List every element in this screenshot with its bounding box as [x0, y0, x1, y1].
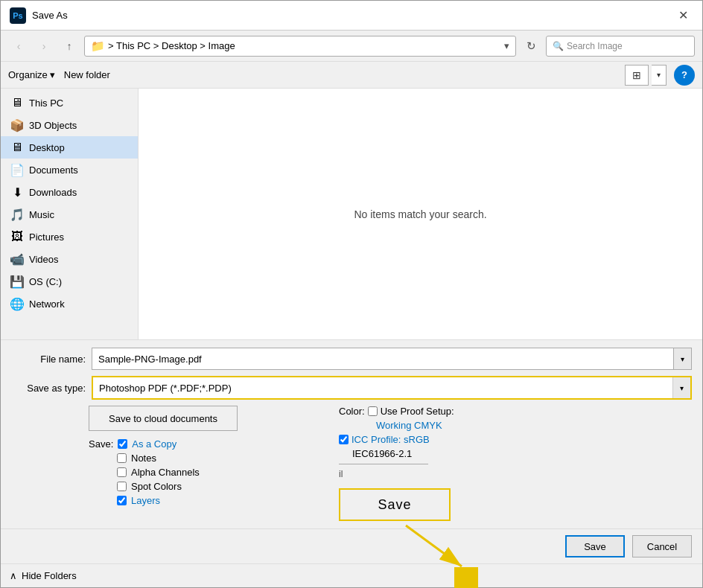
center-save-container: Save	[339, 488, 451, 521]
3d-objects-icon: 📦	[10, 118, 25, 132]
view-dropdown[interactable]: ▾	[652, 65, 667, 86]
sidebar-item-label: Desktop	[29, 142, 65, 153]
notes-checkbox[interactable]	[117, 453, 127, 463]
hide-folders-label: Hide Folders	[22, 570, 77, 581]
file-name-dropdown[interactable]: ▾	[673, 348, 691, 369]
desktop-icon: 🖥	[10, 141, 25, 154]
use-proof-checkbox[interactable]	[368, 406, 378, 416]
sidebar-item-label: Documents	[29, 164, 78, 176]
save-type-label: Save as type:	[11, 383, 86, 394]
use-proof-row: Color: Use Proof Setup:	[339, 406, 692, 417]
notes-row: Notes	[89, 453, 324, 464]
yellow-circle	[454, 567, 478, 588]
icc-profile-checkbox[interactable]	[339, 435, 349, 444]
center-save-button[interactable]: Save	[339, 488, 451, 521]
spot-colors-checkbox[interactable]	[117, 482, 127, 491]
layers-label[interactable]: Layers	[131, 495, 160, 506]
icc-profile-label[interactable]: ICC Profile: sRGB	[352, 434, 430, 445]
alpha-channels-row: Alpha Channels	[89, 467, 324, 478]
music-icon: 🎵	[10, 208, 25, 222]
sidebar-item-network[interactable]: 🌐 Network	[1, 293, 138, 315]
sidebar: 🖥 This PC 📦 3D Objects 🖥 Desktop 📄 Docum…	[1, 89, 139, 339]
search-placeholder: Search Image	[567, 41, 623, 51]
documents-icon: 📄	[10, 163, 25, 177]
file-name-row: File name: ▾	[11, 348, 692, 370]
layers-row: Layers	[89, 495, 324, 506]
working-cmyk-label[interactable]: Working CMYK	[376, 420, 442, 431]
action-bar: Save Cancel	[1, 528, 702, 563]
secondary-toolbar: Organize ▾ New folder ⊞ ▾ ?	[1, 62, 702, 89]
sidebar-item-music[interactable]: 🎵 Music	[1, 203, 138, 226]
breadcrumb-dropdown[interactable]: ▾	[504, 40, 509, 51]
folder-icon: 📁	[91, 39, 105, 53]
alpha-channels-checkbox[interactable]	[117, 467, 127, 477]
hide-folders-bar[interactable]: ∧ Hide Folders	[1, 563, 702, 587]
center-save-btn-wrapper: Save	[339, 488, 451, 521]
breadcrumb-this-pc: > This PC > Desktop > Image	[108, 40, 235, 51]
save-type-dropdown[interactable]: ▾	[672, 377, 690, 398]
divider	[339, 464, 428, 464]
up-button[interactable]: ↑	[59, 36, 80, 57]
as-a-copy-label[interactable]: As a Copy	[132, 438, 176, 450]
cancel-button[interactable]: Cancel	[632, 535, 692, 557]
forward-button[interactable]: ›	[34, 36, 54, 57]
sidebar-item-pictures[interactable]: 🖼 Pictures	[1, 226, 138, 248]
sidebar-item-3d-objects[interactable]: 📦 3D Objects	[1, 114, 138, 136]
file-area: No items match your search.	[139, 89, 702, 339]
back-button[interactable]: ‹	[8, 36, 29, 57]
save-section: Save: As a Copy Notes Alpha Channels	[89, 438, 324, 506]
help-button[interactable]: ?	[674, 65, 695, 86]
sidebar-item-os-c[interactable]: 💾 OS (C:)	[1, 270, 138, 293]
save-button[interactable]: Save	[565, 535, 625, 557]
videos-icon: 📹	[10, 252, 25, 266]
pictures-icon: 🖼	[10, 230, 25, 243]
save-label: Save:	[89, 438, 113, 450]
sidebar-item-this-pc[interactable]: 🖥 This PC	[1, 92, 138, 114]
as-a-copy-row: Save: As a Copy	[89, 438, 324, 450]
spot-colors-label: Spot Colors	[131, 481, 182, 492]
refresh-button[interactable]: ↻	[521, 36, 541, 57]
save-type-input[interactable]	[93, 377, 672, 398]
sidebar-item-downloads[interactable]: ⬇ Downloads	[1, 181, 138, 203]
as-a-copy-checkbox[interactable]	[118, 439, 127, 449]
downloads-icon: ⬇	[10, 185, 25, 199]
other-option: il	[339, 469, 692, 479]
save-as-dialog: Ps Save As ✕ ‹ › ↑ 📁 > This PC > Desktop…	[0, 0, 703, 588]
sidebar-item-label: Downloads	[29, 187, 77, 198]
organize-button[interactable]: Organize ▾	[8, 69, 55, 80]
use-proof-label: Use Proof Setup:	[381, 406, 454, 417]
organize-dropdown-icon: ▾	[50, 69, 55, 80]
sidebar-item-documents[interactable]: 📄 Documents	[1, 159, 138, 181]
sidebar-item-label: Music	[29, 209, 54, 220]
options-row: Save to cloud documents Save: As a Copy …	[11, 406, 692, 521]
app-logo: Ps	[10, 7, 26, 24]
search-box[interactable]: 🔍 Search Image	[546, 36, 695, 57]
new-folder-button[interactable]: New folder	[64, 69, 110, 80]
sidebar-item-videos[interactable]: 📹 Videos	[1, 248, 138, 270]
empty-message: No items match your search.	[354, 208, 486, 220]
breadcrumb[interactable]: 📁 > This PC > Desktop > Image ▾	[84, 36, 516, 57]
file-name-input[interactable]	[92, 348, 673, 369]
sidebar-item-desktop[interactable]: 🖥 Desktop	[1, 136, 138, 159]
file-name-label: File name:	[11, 354, 86, 365]
layers-checkbox[interactable]	[117, 496, 127, 505]
save-type-row: Save as type: ▾	[11, 376, 692, 400]
spot-colors-row: Spot Colors	[89, 481, 324, 492]
notes-label: Notes	[131, 453, 156, 464]
dialog-title: Save As	[32, 10, 672, 21]
navigation-toolbar: ‹ › ↑ 📁 > This PC > Desktop > Image ▾ ↻ …	[1, 31, 702, 62]
save-cloud-button[interactable]: Save to cloud documents	[89, 406, 238, 431]
view-button[interactable]: ⊞	[625, 65, 649, 86]
close-button[interactable]: ✕	[672, 5, 693, 26]
sidebar-item-label: 3D Objects	[29, 120, 77, 131]
hide-folders-arrow: ∧	[10, 570, 17, 581]
os-c-icon: 💾	[10, 275, 25, 289]
sidebar-item-label: Videos	[29, 254, 59, 265]
sidebar-item-label: Network	[29, 298, 65, 310]
search-icon: 🔍	[553, 41, 564, 51]
sidebar-item-label: This PC	[29, 98, 63, 109]
network-icon: 🌐	[10, 297, 25, 311]
alpha-channels-label: Alpha Channels	[131, 467, 200, 478]
sidebar-item-label: OS (C:)	[29, 276, 62, 287]
icc-profile-row: ICC Profile: sRGB	[339, 434, 692, 445]
